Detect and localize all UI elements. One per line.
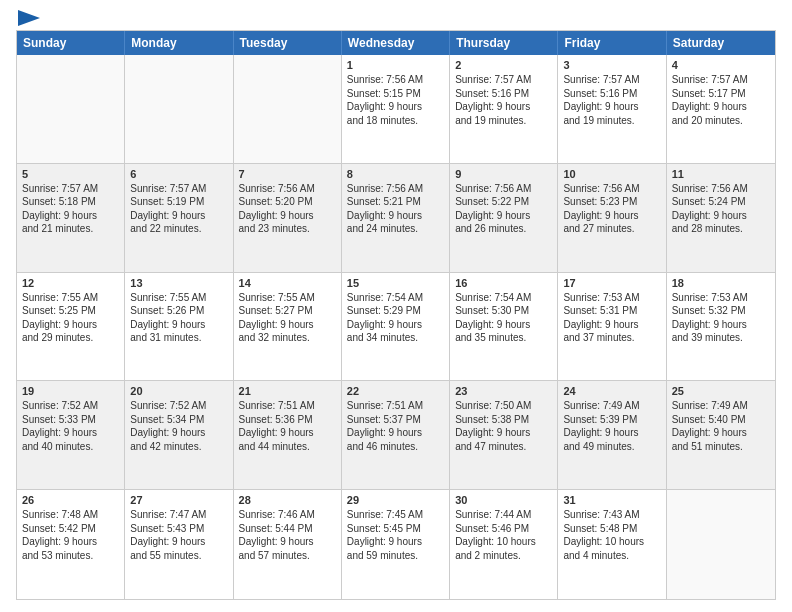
cell-info-line: and 34 minutes. [347,331,444,345]
cell-info-line: Sunset: 5:38 PM [455,413,552,427]
day-number: 5 [22,168,119,180]
cell-info-line: Sunset: 5:18 PM [22,195,119,209]
day-number: 14 [239,277,336,289]
cell-info-line: Daylight: 9 hours [22,209,119,223]
cell-info-line: Daylight: 9 hours [347,318,444,332]
cell-info-line: and 4 minutes. [563,549,660,563]
cell-info-line: Daylight: 9 hours [130,209,227,223]
cell-info-line: Sunset: 5:36 PM [239,413,336,427]
cell-info-line: and 32 minutes. [239,331,336,345]
cell-info-line: and 51 minutes. [672,440,770,454]
empty-cell [17,55,125,163]
day-number: 16 [455,277,552,289]
calendar-row-4: 19Sunrise: 7:52 AMSunset: 5:33 PMDayligh… [17,381,775,490]
cell-info-line: Sunrise: 7:55 AM [22,291,119,305]
cell-info-line: Daylight: 9 hours [455,209,552,223]
weekday-header-wednesday: Wednesday [342,31,450,55]
weekday-header-thursday: Thursday [450,31,558,55]
cell-info-line: and 39 minutes. [672,331,770,345]
cell-info-line: Daylight: 9 hours [239,209,336,223]
cell-info-line: and 47 minutes. [455,440,552,454]
calendar-header: SundayMondayTuesdayWednesdayThursdayFrid… [17,31,775,55]
logo [16,12,40,22]
cell-info-line: Sunset: 5:31 PM [563,304,660,318]
cell-info-line: Daylight: 9 hours [239,426,336,440]
cell-info-line: and 18 minutes. [347,114,444,128]
day-cell-20: 20Sunrise: 7:52 AMSunset: 5:34 PMDayligh… [125,381,233,489]
day-cell-30: 30Sunrise: 7:44 AMSunset: 5:46 PMDayligh… [450,490,558,599]
logo-flag-icon [18,10,40,26]
day-number: 18 [672,277,770,289]
day-number: 8 [347,168,444,180]
cell-info-line: Daylight: 9 hours [672,209,770,223]
cell-info-line: Sunset: 5:20 PM [239,195,336,209]
day-cell-27: 27Sunrise: 7:47 AMSunset: 5:43 PMDayligh… [125,490,233,599]
day-number: 12 [22,277,119,289]
cell-info-line: Sunrise: 7:56 AM [455,182,552,196]
calendar-row-5: 26Sunrise: 7:48 AMSunset: 5:42 PMDayligh… [17,490,775,599]
cell-info-line: Sunrise: 7:57 AM [22,182,119,196]
cell-info-line: Sunrise: 7:57 AM [672,73,770,87]
day-number: 23 [455,385,552,397]
cell-info-line: Sunrise: 7:44 AM [455,508,552,522]
cell-info-line: Sunrise: 7:55 AM [130,291,227,305]
day-cell-6: 6Sunrise: 7:57 AMSunset: 5:19 PMDaylight… [125,164,233,272]
day-cell-14: 14Sunrise: 7:55 AMSunset: 5:27 PMDayligh… [234,273,342,381]
cell-info-line: and 28 minutes. [672,222,770,236]
cell-info-line: Sunset: 5:29 PM [347,304,444,318]
cell-info-line: Sunset: 5:37 PM [347,413,444,427]
svg-marker-0 [18,10,40,26]
cell-info-line: Sunset: 5:33 PM [22,413,119,427]
cell-info-line: Daylight: 9 hours [22,535,119,549]
cell-info-line: Sunset: 5:42 PM [22,522,119,536]
cell-info-line: and 44 minutes. [239,440,336,454]
cell-info-line: Sunset: 5:16 PM [563,87,660,101]
cell-info-line: Daylight: 9 hours [130,535,227,549]
cell-info-line: Sunset: 5:19 PM [130,195,227,209]
calendar-row-1: 1Sunrise: 7:56 AMSunset: 5:15 PMDaylight… [17,55,775,164]
cell-info-line: Sunrise: 7:46 AM [239,508,336,522]
calendar-row-2: 5Sunrise: 7:57 AMSunset: 5:18 PMDaylight… [17,164,775,273]
day-number: 4 [672,59,770,71]
cell-info-line: Sunset: 5:32 PM [672,304,770,318]
cell-info-line: Daylight: 9 hours [563,426,660,440]
weekday-header-tuesday: Tuesday [234,31,342,55]
empty-cell [234,55,342,163]
cell-info-line: Daylight: 9 hours [347,209,444,223]
day-cell-28: 28Sunrise: 7:46 AMSunset: 5:44 PMDayligh… [234,490,342,599]
cell-info-line: and 19 minutes. [563,114,660,128]
cell-info-line: and 59 minutes. [347,549,444,563]
cell-info-line: Sunrise: 7:54 AM [455,291,552,305]
cell-info-line: Sunset: 5:24 PM [672,195,770,209]
cell-info-line: Daylight: 9 hours [672,426,770,440]
cell-info-line: and 31 minutes. [130,331,227,345]
cell-info-line: Sunrise: 7:57 AM [130,182,227,196]
cell-info-line: and 2 minutes. [455,549,552,563]
day-cell-13: 13Sunrise: 7:55 AMSunset: 5:26 PMDayligh… [125,273,233,381]
day-number: 24 [563,385,660,397]
weekday-header-sunday: Sunday [17,31,125,55]
cell-info-line: Sunrise: 7:52 AM [130,399,227,413]
cell-info-line: Sunrise: 7:53 AM [672,291,770,305]
day-number: 15 [347,277,444,289]
day-cell-4: 4Sunrise: 7:57 AMSunset: 5:17 PMDaylight… [667,55,775,163]
cell-info-line: Daylight: 9 hours [239,535,336,549]
day-number: 29 [347,494,444,506]
day-cell-23: 23Sunrise: 7:50 AMSunset: 5:38 PMDayligh… [450,381,558,489]
cell-info-line: Sunset: 5:46 PM [455,522,552,536]
weekday-header-saturday: Saturday [667,31,775,55]
cell-info-line: Sunrise: 7:51 AM [347,399,444,413]
cell-info-line: Daylight: 9 hours [22,318,119,332]
cell-info-line: Sunset: 5:22 PM [455,195,552,209]
calendar-body: 1Sunrise: 7:56 AMSunset: 5:15 PMDaylight… [17,55,775,599]
day-number: 11 [672,168,770,180]
day-cell-3: 3Sunrise: 7:57 AMSunset: 5:16 PMDaylight… [558,55,666,163]
cell-info-line: Sunrise: 7:43 AM [563,508,660,522]
day-cell-10: 10Sunrise: 7:56 AMSunset: 5:23 PMDayligh… [558,164,666,272]
cell-info-line: Daylight: 9 hours [130,318,227,332]
cell-info-line: Sunrise: 7:55 AM [239,291,336,305]
weekday-header-monday: Monday [125,31,233,55]
cell-info-line: Daylight: 9 hours [239,318,336,332]
cell-info-line: Sunset: 5:15 PM [347,87,444,101]
cell-info-line: and 49 minutes. [563,440,660,454]
